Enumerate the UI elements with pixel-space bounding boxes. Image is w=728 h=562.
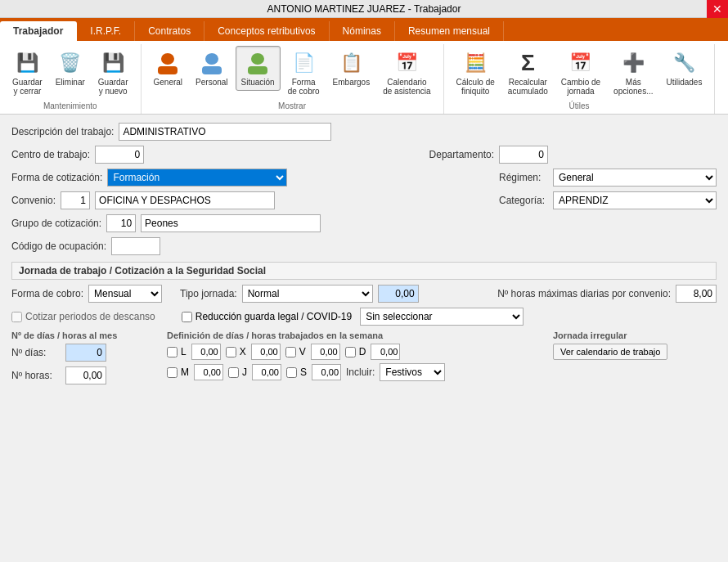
btn-guardar-nuevo[interactable]: 💾 Guardar y nuevo	[92, 46, 134, 100]
save-close-icon: 💾	[14, 50, 40, 76]
grupo-cotizacion-number[interactable]	[106, 214, 136, 232]
btn-cambio-jornada[interactable]: 📅 Cambio de jornada	[555, 46, 606, 100]
categoria-select[interactable]: APRENDIZ	[553, 191, 717, 209]
delete-icon: 🗑️	[57, 50, 83, 76]
regimen-select[interactable]: General	[553, 169, 717, 187]
reduccion-guarda-check[interactable]	[182, 312, 192, 322]
day-X-check[interactable]	[226, 347, 236, 357]
day-L-check[interactable]	[167, 347, 178, 357]
jornada-row1: Forma de cobro: Mensual Diario Tipo jorn…	[11, 285, 717, 303]
btn-eliminar[interactable]: 🗑️ Eliminar	[50, 46, 91, 91]
tipo-jornada-label: Tipo jornada:	[180, 288, 237, 299]
n-dias-input[interactable]	[65, 344, 106, 362]
convenio-text-input[interactable]	[95, 191, 275, 209]
cotizar-periodos-label[interactable]: Cotizar periodos de descanso	[11, 311, 155, 322]
window-title: ANTONIO MARTINEZ JUAREZ - Trabajador	[267, 3, 461, 15]
horas-value-input[interactable]	[378, 285, 419, 303]
incluir-select[interactable]: Festivos Ninguno Todos	[380, 363, 445, 381]
categoria-label: Categoría:	[499, 195, 548, 206]
day-L-label[interactable]: L	[167, 346, 186, 357]
forma-cotizacion-select[interactable]: Formación General	[107, 169, 287, 187]
ribbon-group-mostrar: General Personal Situación 📄 Forma de co…	[142, 44, 444, 114]
day-X-label[interactable]: X	[226, 346, 246, 357]
btn-guardar-cerrar[interactable]: 💾 Guardar y cerrar	[7, 46, 48, 100]
tipo-jornada-select[interactable]: Normal Parcial	[242, 285, 373, 303]
day-M-check[interactable]	[167, 367, 178, 378]
svg-rect-1	[158, 66, 178, 74]
codigo-ocupacion-label: Código de ocupación:	[11, 241, 106, 252]
tab-conceptos[interactable]: Conceptos retributivos	[204, 21, 329, 41]
day-S-input[interactable]	[312, 364, 341, 380]
mas-opciones-icon: ➕	[620, 50, 646, 76]
jornada-irregular-section: Jornada irregular Ver calendario de trab…	[553, 330, 717, 389]
btn-utilidades[interactable]: 🔧 Utilidades	[660, 46, 708, 91]
codigo-ocupacion-row: Código de ocupación:	[11, 237, 717, 255]
convenio-number-input[interactable]	[61, 191, 90, 209]
regimen-label: Régimen:	[499, 172, 548, 183]
day-D-input[interactable]	[371, 344, 400, 360]
finiquito-icon: 🧮	[462, 50, 488, 76]
definicion-semana-section: Definición de días / horas trabajados en…	[167, 330, 545, 389]
forma-cobro-select[interactable]: Mensual Diario	[88, 285, 162, 303]
main-content: Descripción del trabajo: Centro de traba…	[0, 115, 728, 398]
ver-calendario-btn[interactable]: Ver calendario de trabajo	[553, 344, 667, 360]
horas-max-input[interactable]	[676, 285, 717, 303]
convenio-categoria-row: Convenio: Categoría: APRENDIZ	[11, 191, 717, 209]
horas-max-label: Nº horas máximas diarias por convenio:	[497, 288, 671, 299]
day-S-check[interactable]	[286, 367, 297, 378]
day-S-label[interactable]: S	[286, 366, 307, 378]
descripcion-trabajo-row: Descripción del trabajo:	[11, 123, 717, 141]
descripcion-trabajo-label: Descripción del trabajo:	[11, 126, 114, 137]
btn-situacion[interactable]: Situación	[236, 46, 281, 91]
mostrar-label: Mostrar	[278, 101, 306, 110]
day-D-check[interactable]	[345, 347, 356, 357]
grupo-cotizacion-label: Grupo de cotización:	[11, 218, 101, 229]
btn-general[interactable]: General	[148, 46, 189, 91]
codigo-ocupacion-input[interactable]	[111, 237, 160, 255]
n-horas-input[interactable]	[65, 366, 106, 384]
tab-irpf[interactable]: I.R.P.F.	[77, 21, 135, 41]
forma-cotizacion-label: Forma de cotización:	[11, 172, 102, 183]
tab-nominas[interactable]: Nóminas	[330, 21, 395, 41]
day-J-input[interactable]	[252, 364, 281, 380]
reduccion-guarda-select[interactable]: Sin seleccionar Guarda legal COVID-19	[360, 308, 524, 326]
btn-recalcular[interactable]: Σ Recalcular acumulado	[502, 46, 554, 100]
tab-trabajador[interactable]: Trabajador	[0, 21, 77, 41]
day-L-input[interactable]	[191, 344, 221, 360]
utilidades-icon: 🔧	[671, 50, 697, 76]
day-X-input[interactable]	[251, 344, 281, 360]
btn-forma-cobro[interactable]: 📄 Forma de cobro	[282, 46, 326, 100]
btn-calendario[interactable]: 📅 Calendario de asistencia	[377, 46, 436, 100]
definicion-semana-title: Definición de días / horas trabajados en…	[167, 330, 545, 340]
centro-trabajo-input[interactable]	[95, 146, 144, 164]
close-button[interactable]: ✕	[707, 0, 728, 18]
day-M-input[interactable]	[194, 364, 223, 380]
svg-rect-2	[205, 53, 218, 65]
day-J-check[interactable]	[228, 367, 239, 378]
btn-mas-opciones[interactable]: ➕ Más opciones...	[608, 46, 658, 100]
descripcion-trabajo-input[interactable]	[119, 123, 331, 141]
jornada-section-header: Jornada de trabajo / Cotización a la Seg…	[11, 262, 717, 280]
save-new-icon: 💾	[100, 50, 126, 76]
btn-embargos[interactable]: 📋 Embargos	[327, 46, 376, 91]
day-V-label[interactable]: V	[285, 346, 306, 357]
n-horas-row: Nº horas:	[11, 366, 159, 384]
day-M-label[interactable]: M	[167, 366, 189, 378]
btn-calculo-finiquito[interactable]: 🧮 Cálculo de finiquito	[451, 46, 501, 100]
tab-bar: Trabajador I.R.P.F. Contratos Conceptos …	[0, 18, 728, 41]
day-J-label[interactable]: J	[228, 366, 247, 378]
btn-personal[interactable]: Personal	[190, 46, 233, 91]
reduccion-guarda-label[interactable]: Reducción guarda legal / COVID-19	[182, 311, 352, 322]
day-V-input[interactable]	[311, 344, 340, 360]
tab-contratos[interactable]: Contratos	[135, 21, 204, 41]
day-V-check[interactable]	[285, 347, 296, 357]
svg-rect-5	[248, 66, 267, 74]
grupo-cotizacion-text[interactable]	[141, 214, 321, 232]
departamento-input[interactable]	[499, 146, 548, 164]
cotizacion-regimen-row: Forma de cotización: Formación General R…	[11, 169, 717, 187]
ribbon: 💾 Guardar y cerrar 🗑️ Eliminar 💾 Guardar…	[0, 41, 728, 115]
departamento-label: Departamento:	[429, 149, 494, 160]
tab-resumen[interactable]: Resumen mensual	[395, 21, 504, 41]
cotizar-periodos-check[interactable]	[11, 312, 22, 322]
day-D-label[interactable]: D	[345, 346, 366, 357]
